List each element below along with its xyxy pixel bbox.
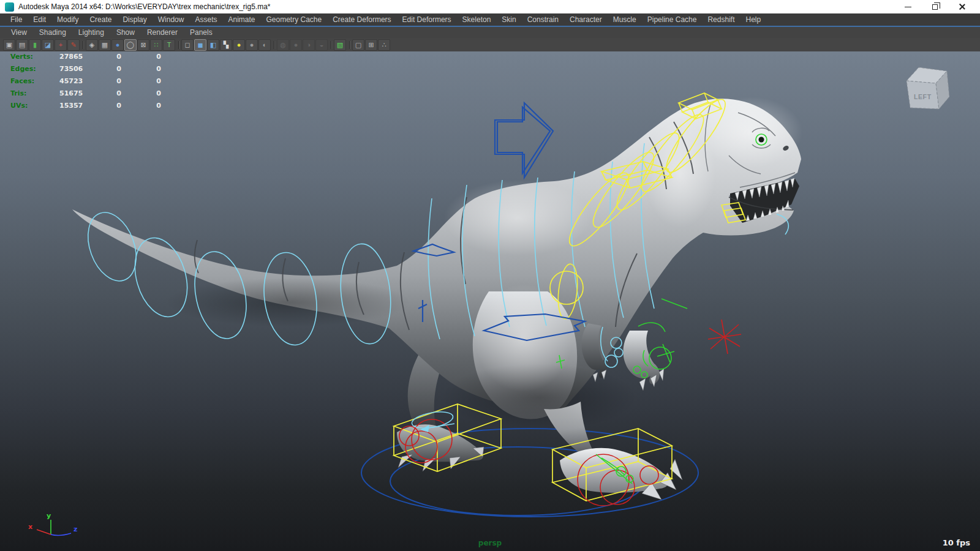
menu-item[interactable]: Modify xyxy=(51,13,84,26)
lighting-icon[interactable]: ● xyxy=(233,39,245,51)
top-arrow-control[interactable] xyxy=(495,103,553,178)
hud-row-total: 51675 xyxy=(59,89,81,97)
hud-row-selected: 0 xyxy=(81,53,121,61)
hud-row-total: 15357 xyxy=(59,102,81,110)
menubar: FileEditModifyCreateDisplayWindowAssetsA… xyxy=(0,13,980,26)
hud-row-total: 73506 xyxy=(59,65,81,73)
hud-row-component: 0 xyxy=(121,102,161,110)
axis-gizmo: y x z xyxy=(28,512,77,535)
trex-eye xyxy=(759,137,764,143)
menu-item[interactable]: Constrain xyxy=(522,13,564,26)
field-chart-icon[interactable]: ◯ xyxy=(124,39,137,51)
axis-x-label: x xyxy=(28,523,32,531)
toolbar-separator xyxy=(328,39,333,51)
pan-zoom-icon[interactable]: + xyxy=(55,39,67,51)
grease-pencil-icon[interactable]: ✎ xyxy=(67,39,80,51)
close-button[interactable] xyxy=(948,0,975,13)
hud-row-label: Faces: xyxy=(10,77,59,85)
hud-row-component: 0 xyxy=(121,53,161,61)
menu-item[interactable]: Create Deformers xyxy=(327,13,396,26)
toolbar-separator xyxy=(80,39,85,51)
ambient-occlusion-icon[interactable]: ◍ xyxy=(277,39,289,51)
maya-logo-icon xyxy=(5,2,14,12)
toolbar-separator xyxy=(347,39,352,51)
menu-item[interactable]: Redshift xyxy=(702,13,740,26)
toolbar-separator xyxy=(271,39,276,51)
axis-y-label: y xyxy=(47,512,51,520)
hud-row-component: 0 xyxy=(121,65,161,73)
hud-row-component: 0 xyxy=(121,89,161,97)
resolution-gate-icon[interactable]: ▦ xyxy=(99,39,111,51)
menu-item[interactable]: Animate xyxy=(222,13,260,26)
panel-menu-item[interactable]: Lighting xyxy=(72,27,110,38)
fps-counter: 10 fps xyxy=(943,538,970,547)
shadows-icon[interactable]: ◐ xyxy=(258,39,271,51)
panel-menu-item[interactable]: Renderer xyxy=(141,27,184,38)
hud-row-total: 27865 xyxy=(59,53,81,61)
motion-blur-icon[interactable]: ● xyxy=(290,39,302,51)
locator-cross-control[interactable] xyxy=(708,320,741,354)
panel-menu-item[interactable]: View xyxy=(5,27,33,38)
select-camera-icon[interactable]: ▣ xyxy=(3,39,15,51)
toolbar-separator xyxy=(176,39,181,51)
menu-item[interactable]: Geometry Cache xyxy=(261,13,328,26)
panel-menubar: ViewShadingLightingShowRendererPanels xyxy=(0,26,980,38)
restore-button[interactable] xyxy=(921,0,948,13)
image-plane-icon[interactable]: ◪ xyxy=(42,39,54,51)
hud-toggle-icon[interactable]: T xyxy=(163,39,175,51)
depth-of-field-icon[interactable]: ◒ xyxy=(315,39,328,51)
axis-z-label: z xyxy=(74,525,77,533)
wireframe-icon[interactable]: ◻ xyxy=(181,39,194,51)
hud-row-selected: 0 xyxy=(81,65,121,73)
smooth-shade-icon[interactable]: ◼ xyxy=(194,39,206,51)
perspective-viewport[interactable]: LEFT y x z Verts: 27865 0 0 Edges: 73506… xyxy=(0,51,980,551)
hud-row-selected: 0 xyxy=(81,77,121,85)
xray-icon[interactable]: ▢ xyxy=(352,39,364,51)
hud-row-label: Edges: xyxy=(10,65,59,73)
menu-item[interactable]: Skin xyxy=(496,13,521,26)
panel-toolbar: ▣▤▮◪+✎◈▦●◯⊠∷T◻◼◧▚●●◐◍●◑◒▧▢⊞∴ xyxy=(0,38,980,51)
menu-item[interactable]: Assets xyxy=(189,13,222,26)
menu-item[interactable]: Create xyxy=(84,13,117,26)
view-cube-face-label: LEFT xyxy=(914,93,932,100)
menu-item[interactable]: Help xyxy=(740,13,766,26)
titlebar: Autodesk Maya 2014 x64: D:\Works\EVERYDA… xyxy=(0,0,980,13)
menu-item[interactable]: Pipeline Cache xyxy=(642,13,703,26)
menu-item[interactable]: Edit xyxy=(28,13,51,26)
camera-attributes-icon[interactable]: ▤ xyxy=(16,39,28,51)
view-cube[interactable]: LEFT xyxy=(907,67,949,109)
panel-menu-item[interactable]: Shading xyxy=(33,27,72,38)
menu-item[interactable]: Display xyxy=(117,13,152,26)
use-default-material-icon[interactable]: ▚ xyxy=(220,39,232,51)
window-controls xyxy=(894,0,975,13)
hud-poly-count: Verts: 27865 0 0 Edges: 73506 0 0 Faces:… xyxy=(10,53,161,110)
panel-menu-item[interactable]: Panels xyxy=(184,27,219,38)
minimize-button[interactable] xyxy=(894,0,921,13)
hud-row-label: Tris: xyxy=(10,89,59,97)
film-gate-icon[interactable]: ◈ xyxy=(86,39,98,51)
textured-icon[interactable]: ◧ xyxy=(207,39,219,51)
window-title: Autodesk Maya 2014 x64: D:\Works\EVERYDA… xyxy=(18,2,271,11)
hud-row-label: UVs: xyxy=(10,102,59,110)
panel-menu-item[interactable]: Show xyxy=(110,27,141,38)
gate-mask-icon[interactable]: ● xyxy=(111,39,124,51)
menu-item[interactable]: Window xyxy=(153,13,190,26)
safe-action-icon[interactable]: ⊠ xyxy=(137,39,149,51)
menu-item[interactable]: Skeleton xyxy=(457,13,497,26)
menu-item[interactable]: Muscle xyxy=(608,13,642,26)
flat-lighting-icon[interactable]: ● xyxy=(246,39,258,51)
plugin-shapes-icon[interactable]: ∴ xyxy=(378,39,390,51)
menu-item[interactable]: Edit Deformers xyxy=(397,13,457,26)
viewport-canvas[interactable]: LEFT y x z xyxy=(0,51,980,551)
hud-row-label: Verts: xyxy=(10,53,59,61)
isolate-select-icon[interactable]: ▧ xyxy=(334,39,346,51)
multisample-icon[interactable]: ◑ xyxy=(303,39,315,51)
xray-joints-icon[interactable]: ⊞ xyxy=(365,39,377,51)
bookmark-icon[interactable]: ▮ xyxy=(29,39,41,51)
safe-title-icon[interactable]: ∷ xyxy=(150,39,162,51)
menu-item[interactable]: Character xyxy=(564,13,608,26)
hud-row-component: 0 xyxy=(121,77,161,85)
camera-name-label: persp xyxy=(0,539,980,547)
menu-item[interactable]: File xyxy=(5,13,28,26)
hud-row-selected: 0 xyxy=(81,102,121,110)
